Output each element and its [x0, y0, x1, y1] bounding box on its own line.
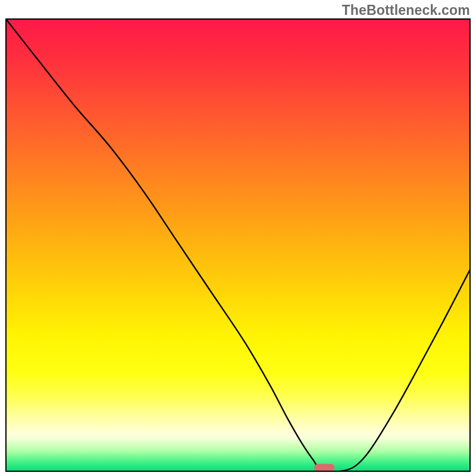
optimal-marker	[314, 464, 334, 471]
plot-background	[6, 19, 470, 471]
watermark-label: TheBottleneck.com	[342, 2, 470, 18]
chart-stage: TheBottleneck.com	[0, 0, 476, 476]
bottleneck-chart	[0, 0, 476, 476]
